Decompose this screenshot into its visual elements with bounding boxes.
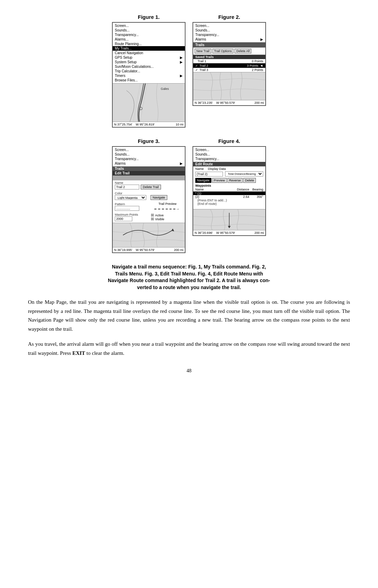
fig3-zoom: 200 mi: [174, 248, 183, 252]
fig1-menu-system-setup[interactable]: System Setup: [113, 60, 185, 64]
fig4-wp-header: Waypoints: [193, 184, 265, 188]
fig3-pattern-group: Pattern Trail Preview →: [113, 201, 185, 212]
fig4-display-data-label: Display Data: [208, 167, 229, 171]
fig4-col-bearing: Bearing: [249, 188, 263, 191]
fig1-menu-transparency[interactable]: Transparency...: [113, 33, 185, 37]
svg-text:Gales: Gales: [161, 87, 169, 91]
page-number: 48: [28, 368, 350, 374]
fig3-lat: N 36°19.995': [114, 248, 132, 252]
fig2-menu-transparency[interactable]: Transparency...: [193, 33, 265, 37]
fig2-top-menu: Screen... Sounds... Transparency... Alar…: [193, 23, 265, 42]
figure2-title: Figure 2.: [218, 14, 240, 20]
figure4-title: Figure 4.: [218, 138, 240, 144]
fig2-new-trail-btn[interactable]: New Trail: [195, 49, 211, 53]
fig1-menu-route-planning[interactable]: Route Planning...: [113, 42, 185, 46]
fig4-lat: N 36°20.696': [195, 231, 213, 235]
figure2-screen: Screen... Sounds... Transparency... Alar…: [192, 22, 266, 106]
caption-line2: Trails Menu. Fig. 3, Edit Trail Menu. Fi…: [115, 271, 263, 277]
fig2-menu-sounds[interactable]: Sounds...: [193, 28, 265, 33]
fig1-menu-alarms[interactable]: Alarms...: [113, 37, 185, 42]
fig1-menu-sounds[interactable]: Sounds...: [113, 28, 185, 33]
fig1-menu-timers[interactable]: Timers: [113, 73, 185, 78]
fig3-menu-transparency[interactable]: Transparency...: [113, 157, 185, 161]
fig2-status: N 36°23.235' W 95°50.579' 200 mi: [193, 100, 265, 105]
figure4-screen: Screen... Sounds... Transparency... Edit…: [192, 146, 266, 236]
figure3-container: Figure 3. Screen... Sounds... Transparen…: [112, 138, 186, 253]
fig3-color-row: Light Magenta Navigate: [115, 195, 183, 200]
figure1-container: Figure 1. Screen... Sounds... Transparen…: [112, 14, 186, 128]
fig4-reverse-btn[interactable]: Reverse: [227, 178, 243, 183]
fig4-menu-transparency[interactable]: Transparency...: [193, 157, 265, 161]
fig4-wp2-bearing: 356°: [249, 195, 263, 199]
fig3-active-checkbox-icon: ☒: [151, 213, 154, 217]
caption-line4: verted to a route when you navigate the …: [137, 285, 241, 290]
body-paragraph1-text: On the Map Page, the trail you are navig…: [28, 299, 350, 332]
fig3-preview-line: [154, 209, 175, 209]
svg-rect-5: [193, 72, 265, 100]
fig1-menu-browse-files[interactable]: Browse Files...: [113, 78, 185, 83]
fig1-menu-screen[interactable]: Screen...: [113, 23, 185, 28]
fig2-trail2[interactable]: ✓ Trail 2 3 Points ◄: [193, 63, 265, 68]
fig3-max-points-input[interactable]: [115, 216, 132, 221]
figure1-title: Figure 1.: [138, 14, 160, 20]
fig3-name-group: Name Delete Trail: [113, 180, 185, 191]
fig2-map: [193, 72, 265, 100]
fig4-menu-screen[interactable]: Screen...: [193, 148, 265, 152]
fig3-menu-alarms[interactable]: Alarms: [113, 161, 185, 166]
fig3-status: N 36°19.995' W 95°50.579' 200 mi: [113, 247, 185, 252]
fig1-status: N 37°25.754' W 95°26.819' 10 mi: [113, 122, 185, 127]
fig1-menu-cancel-navigation[interactable]: Cancel Navigation: [113, 51, 185, 55]
fig4-name-row: Name Display Data: [193, 166, 265, 171]
body-paragraph2-after: to clear the alarm.: [85, 350, 124, 356]
fig4-wp1-name: * (1): [195, 192, 232, 195]
fig3-name-label: Name: [115, 181, 183, 185]
fig3-max-points-group: Maximum Points ☒ Active ☒ Visible: [113, 212, 185, 223]
fig3-highlight-bar: [113, 175, 185, 180]
fig4-status: N 36°20.696' W 95°50.579' 200 mi: [193, 230, 265, 235]
fig3-delete-trail-btn[interactable]: Delete Trail: [141, 185, 161, 189]
fig4-edit-route-header: Edit Route: [193, 162, 265, 166]
fig4-wp-note1: (Press ENT to add...): [193, 199, 265, 202]
fig2-buttons: New Trail Trail Options Delete All: [193, 48, 265, 55]
fig3-lon: W 95°50.579': [136, 248, 155, 252]
fig3-menu-sounds[interactable]: Sounds...: [113, 152, 185, 157]
fig4-menu-sounds[interactable]: Sounds...: [193, 152, 265, 157]
fig4-name-input[interactable]: [195, 172, 223, 177]
fig1-menu-gps-setup[interactable]: GPS Setup: [113, 55, 185, 60]
fig1-menu-sun-moon[interactable]: Sun/Moon Calculations...: [113, 64, 185, 69]
fig3-color-select[interactable]: Light Magenta: [115, 195, 146, 200]
fig2-delete-all-btn[interactable]: Delete All: [234, 49, 251, 53]
fig2-trail3[interactable]: ✓ Trail 3 2 Points: [193, 68, 265, 72]
fig4-display-data-select[interactable]: Total Distance/Bearing: [225, 171, 263, 177]
fig4-wp2[interactable]: (2) 2.64 356°: [193, 195, 265, 199]
fig2-trail1[interactable]: Trail 1 0 Points: [193, 59, 265, 63]
fig3-top-menu: Screen... Sounds... Transparency... Alar…: [113, 147, 185, 166]
fig3-menu-screen[interactable]: Screen...: [113, 148, 185, 152]
fig3-navigate-btn[interactable]: Navigate: [150, 195, 167, 200]
fig3-color-label: Color: [115, 192, 183, 195]
figure3-title: Figure 3.: [138, 138, 160, 144]
fig2-menu-screen[interactable]: Screen...: [193, 23, 265, 28]
fig4-delete-btn[interactable]: Delete: [243, 178, 256, 183]
fig3-pattern-input[interactable]: [115, 206, 139, 211]
fig3-name-input[interactable]: [115, 185, 139, 189]
fig4-wp2-distance: 2.64: [232, 195, 249, 199]
fig1-menu-trip-calc[interactable]: Trip Calculator...: [113, 69, 185, 73]
svg-rect-0: [113, 84, 185, 122]
fig3-visible-label: Visible: [155, 217, 164, 221]
caption: Navigate a trail menu sequence: Fig. 1, …: [56, 264, 322, 291]
fig4-preview-btn[interactable]: Preview: [212, 178, 227, 183]
figure4-container: Figure 4. Screen... Sounds... Transparen…: [192, 138, 266, 253]
fig4-wp-note2: (End of route): [193, 202, 265, 206]
fig1-menu-my-trails[interactable]: My Trails...: [113, 46, 185, 51]
fig4-top-menu: Screen... Sounds... Transparency...: [193, 147, 265, 162]
fig2-trails-header: Trails: [193, 42, 265, 48]
fig4-wp1-distance: [232, 192, 249, 195]
fig4-wp-col-header: Name Distance Bearing: [193, 188, 265, 192]
fig2-menu-alarms[interactable]: Alarms: [193, 37, 265, 42]
fig4-wp1[interactable]: * (1): [193, 192, 265, 195]
fig4-navigate-btn[interactable]: Navigate: [195, 178, 211, 183]
fig3-preview-arrow: →: [176, 207, 180, 211]
fig2-trail-options-btn[interactable]: Trail Options: [212, 49, 234, 53]
fig4-wp1-bearing: [249, 192, 263, 195]
